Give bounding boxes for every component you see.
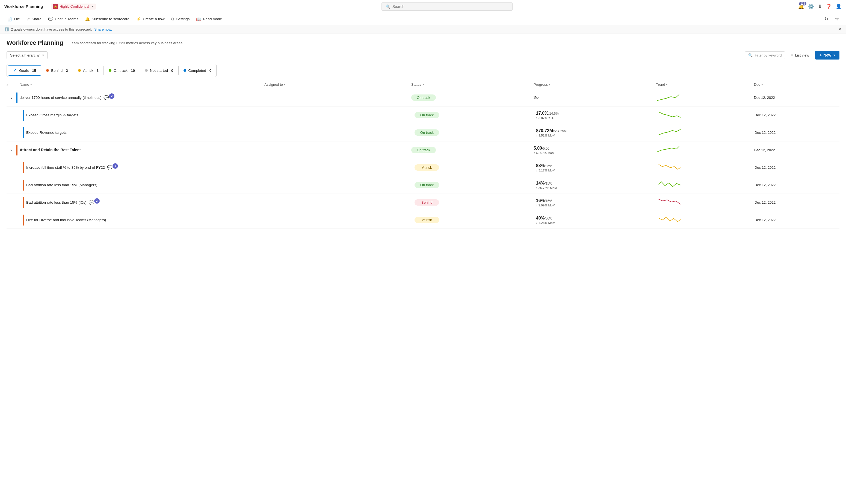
list-view-label: List view xyxy=(795,53,809,57)
hierarchy-select-button[interactable]: Select a hierarchy ▾ xyxy=(6,51,48,59)
row-name-text: deliver 1700 hours of service annually (… xyxy=(20,95,101,100)
alert-close-button[interactable]: ✕ xyxy=(838,27,842,32)
row-progress: 2/2 xyxy=(534,95,656,100)
row-color-bar xyxy=(23,127,24,138)
completed-dot xyxy=(183,69,186,72)
chat-label: Chat in Teams xyxy=(55,17,78,21)
th-trend[interactable]: Trend ▾ xyxy=(656,83,754,87)
table-row[interactable]: ∨ Bad attrition rate less than 15% (Mana… xyxy=(6,176,840,194)
row-trend xyxy=(657,127,755,139)
th-progress[interactable]: Progress ▾ xyxy=(534,83,656,87)
help-button[interactable]: ❓ xyxy=(826,3,832,10)
read-mode-button[interactable]: 📖 Read mode xyxy=(193,15,225,23)
notifications-button[interactable]: 🔔 119 xyxy=(798,3,804,10)
progress-value: 49%/50% xyxy=(536,216,657,221)
th-assigned[interactable]: Assigned to ▾ xyxy=(264,83,411,87)
th-due[interactable]: Due ▾ xyxy=(754,83,840,87)
chat-teams-button[interactable]: 💬 Chat in Teams xyxy=(45,15,81,23)
settings-icon-button[interactable]: ⚙️ xyxy=(808,3,814,10)
row-status: On track xyxy=(411,94,534,101)
status-pill: At risk xyxy=(415,217,439,223)
refresh-button[interactable]: ↻ xyxy=(822,15,831,23)
row-color-bar xyxy=(23,197,24,208)
status-notstarted[interactable]: Not started 0 xyxy=(140,66,179,75)
file-label: File xyxy=(14,17,20,21)
share-icon: ↗ xyxy=(26,17,30,22)
status-goals[interactable]: ✓ Goals 15 xyxy=(8,65,41,76)
status-ontrack[interactable]: On track 10 xyxy=(104,66,140,75)
table-row[interactable]: ∨ Exceed Gross margin % targets On track… xyxy=(6,107,840,124)
th-status[interactable]: Status ▾ xyxy=(411,83,534,87)
alert-share-link[interactable]: Share now. xyxy=(94,27,112,31)
status-completed[interactable]: Completed 0 xyxy=(179,66,217,75)
status-pill: On track xyxy=(415,112,439,118)
table-row[interactable]: ∨ Exceed Revenue targets On track $70.72… xyxy=(6,124,840,141)
file-button[interactable]: 📄 File xyxy=(4,15,23,23)
subscribe-button[interactable]: 🔔 Subscribe to scorecard xyxy=(82,15,132,23)
new-chevron-icon: ▾ xyxy=(833,54,835,57)
search-bar[interactable]: 🔍 xyxy=(381,2,512,11)
settings-label: Settings xyxy=(176,17,190,21)
expand-all-button[interactable]: » xyxy=(6,83,8,87)
new-button[interactable]: + New ▾ xyxy=(815,51,840,59)
settings-button[interactable]: ⚙ Settings xyxy=(168,15,192,23)
file-icon: 📄 xyxy=(7,17,12,22)
row-name-col: Bad attrition rate less than 15% (Manage… xyxy=(26,183,269,187)
list-view-button[interactable]: ≡ List view xyxy=(788,52,812,59)
favorite-button[interactable]: ☆ xyxy=(832,15,842,23)
read-label: Read mode xyxy=(203,17,222,21)
goals-count: 15 xyxy=(32,69,36,73)
list-view-icon: ≡ xyxy=(791,53,793,57)
row-name-text: Hire for Diverse and Inclusive Teams (Ma… xyxy=(26,218,106,222)
download-button[interactable]: ⬇ xyxy=(818,3,822,10)
comment-badge: 2 xyxy=(94,198,100,204)
flow-label: Create a flow xyxy=(143,17,165,21)
progress-main: 14% xyxy=(536,181,545,185)
progress-value: 16%/15% xyxy=(536,198,657,203)
notstarted-count: 0 xyxy=(171,69,174,73)
row-name-col: Exceed Revenue targets xyxy=(26,130,269,135)
progress-change: ↑ 3.87% YTD xyxy=(536,116,657,120)
progress-value: 5.00/5.00 xyxy=(534,146,656,151)
filter-input-container[interactable]: 🔍 Filter by keyword xyxy=(745,51,785,59)
row-expand-button[interactable]: ∨ xyxy=(9,147,14,152)
confidential-label: Highly Confidential xyxy=(59,4,89,8)
progress-main: 83% xyxy=(536,163,545,168)
progress-main: 16% xyxy=(536,198,545,203)
table-row[interactable]: ∨ Increase full time staff % to 85% by e… xyxy=(6,159,840,176)
status-pill: On track xyxy=(415,129,439,136)
row-due: Dec 12, 2022 xyxy=(754,95,840,100)
status-pill: On track xyxy=(411,147,436,153)
table-row[interactable]: ∨ deliver 1700 hours of service annually… xyxy=(6,89,840,107)
atrisk-label: At risk xyxy=(83,69,93,73)
share-people-button[interactable]: 👤 xyxy=(835,3,842,10)
comment-icon[interactable]: 💬 xyxy=(107,165,112,170)
search-input[interactable] xyxy=(392,4,508,9)
ontrack-label: On track xyxy=(113,69,127,73)
table-row[interactable]: ∨ Hire for Diverse and Inclusive Teams (… xyxy=(6,211,840,229)
comment-icon[interactable]: 💬 xyxy=(104,95,109,101)
table-row[interactable]: ∨ Attract and Retain the Best Talent On … xyxy=(6,141,840,159)
alert-content: ℹ️ 2 goals owners don't have access to t… xyxy=(4,27,112,31)
th-due-sort-icon: ▾ xyxy=(761,83,763,86)
status-behind[interactable]: Behind 2 xyxy=(41,66,73,75)
comment-icon[interactable]: 💬 xyxy=(89,200,94,205)
confidential-icon: 🔒 xyxy=(53,4,58,9)
share-button[interactable]: ↗ Share xyxy=(24,15,44,23)
row-due: Dec 12, 2022 xyxy=(755,183,840,187)
toolbar: 📄 File ↗ Share 💬 Chat in Teams 🔔 Subscri… xyxy=(0,13,846,25)
row-expand-button[interactable]: ∨ xyxy=(9,95,14,100)
create-flow-button[interactable]: ⚡ Create a flow xyxy=(133,15,167,23)
th-assigned-label: Assigned to xyxy=(264,83,283,87)
table-row[interactable]: ∨ Bad attrition rate less than 15% (ICs)… xyxy=(6,194,840,211)
progress-main: $70.72M xyxy=(536,128,553,133)
comment-wrapper: 💬 1 xyxy=(107,165,118,170)
confidential-badge[interactable]: 🔒 Highly Confidential ▾ xyxy=(51,3,95,10)
row-progress: 49%/50% ↓ 4.26% MoM xyxy=(536,216,657,224)
row-due: Dec 12, 2022 xyxy=(754,148,840,152)
row-indent: ∨ xyxy=(6,200,16,205)
th-name[interactable]: Name ▾ xyxy=(20,83,264,87)
goals-label: Goals xyxy=(19,69,29,73)
settings-icon: ⚙ xyxy=(171,17,175,22)
status-atrisk[interactable]: At risk 3 xyxy=(73,66,104,75)
